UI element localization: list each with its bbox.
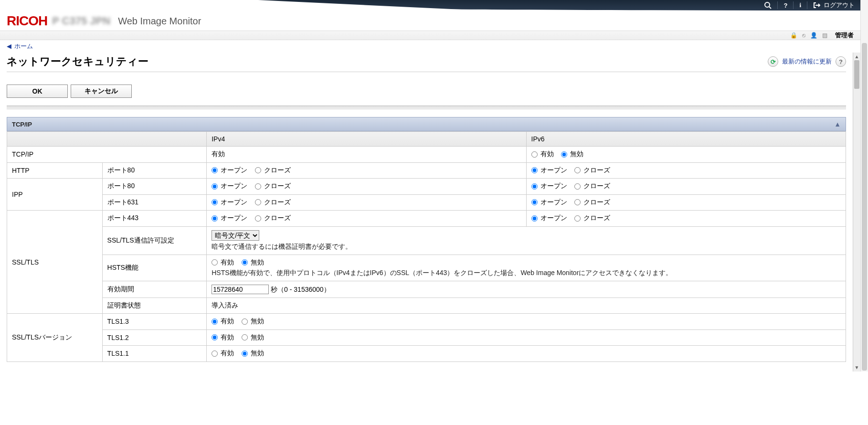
section-title: TCP/IP bbox=[12, 121, 32, 128]
ipp80-ipv6: オープン クローズ bbox=[526, 179, 846, 195]
valid-period-cell: 秒（0 - 31536000） bbox=[207, 281, 846, 298]
ssl443-ipv6-open[interactable]: オープン bbox=[531, 214, 567, 223]
lock-icon: 🔒 bbox=[790, 32, 797, 39]
page-help-icon[interactable]: ? bbox=[836, 56, 846, 67]
tls11-enabled[interactable]: 有効 bbox=[212, 349, 234, 358]
title-actions: ⟳ 最新の情報に更新 ? bbox=[768, 56, 846, 67]
button-row: OK キャンセル bbox=[7, 72, 846, 106]
http-ipv4: オープン クローズ bbox=[207, 162, 526, 179]
subheader: 🔒 ⎋ 👤 ▤ 管理者 bbox=[0, 31, 860, 40]
refresh-link[interactable]: 最新の情報に更新 bbox=[782, 57, 832, 66]
topbar-actions: ? i ログアウト bbox=[764, 0, 855, 11]
tls11-cell: 有効 無効 bbox=[207, 346, 846, 362]
ssl443-ipv4-close[interactable]: クローズ bbox=[255, 214, 291, 223]
row-label: HTTP bbox=[7, 162, 103, 179]
hsts-enabled[interactable]: 有効 bbox=[212, 258, 234, 267]
http-ipv6-close[interactable]: クローズ bbox=[574, 166, 610, 175]
svg-point-0 bbox=[765, 2, 770, 7]
http-ipv6: オープン クローズ bbox=[526, 162, 846, 179]
admin-label: 管理者 bbox=[832, 31, 854, 40]
brand-model: P C375 JPN bbox=[52, 15, 110, 27]
title-row: ネットワークセキュリティー ⟳ 最新の情報に更新 ? bbox=[7, 53, 846, 72]
logout-label: ログアウト bbox=[824, 1, 855, 10]
hsts-cell: 有効 無効 HSTS機能が有効で、使用中プロトコル（IPv4またはIPv6）のS… bbox=[207, 255, 846, 281]
scroll-up-icon[interactable]: ▲ bbox=[853, 53, 860, 60]
ipp631-ipv4-close[interactable]: クローズ bbox=[255, 198, 291, 207]
tls12-disabled[interactable]: 無効 bbox=[242, 333, 264, 342]
branding-row: RICOH P C375 JPN Web Image Monitor bbox=[0, 11, 860, 31]
hsts-note: HSTS機能が有効で、使用中プロトコル（IPv4またはIPv6）のSSL（ポート… bbox=[212, 269, 841, 277]
tcpip-ipv6-value: 有効 無効 bbox=[526, 147, 846, 163]
ssl-perm-select[interactable]: 暗号文/平文 bbox=[212, 230, 259, 241]
logout-button[interactable]: ログアウト bbox=[813, 1, 855, 10]
divider bbox=[7, 106, 846, 109]
tls11-disabled[interactable]: 無効 bbox=[242, 349, 264, 358]
ipp80-ipv4-open[interactable]: オープン bbox=[212, 182, 247, 191]
ssl443-ipv4-open[interactable]: オープン bbox=[212, 214, 247, 223]
breadcrumb-home[interactable]: ホーム bbox=[14, 42, 33, 50]
outer-scrollbar[interactable] bbox=[860, 0, 868, 372]
row-sublabel: 有効期間 bbox=[102, 281, 207, 298]
ipp631-ipv4-open[interactable]: オープン bbox=[212, 198, 247, 207]
page-title: ネットワークセキュリティー bbox=[7, 54, 148, 69]
inner-scrollbar[interactable]: ▲ ▼ bbox=[853, 53, 860, 372]
row-label: TCP/IP bbox=[7, 147, 207, 163]
topbar-background bbox=[0, 0, 860, 11]
row-label: SSL/TLS bbox=[7, 211, 103, 314]
ipp80-ipv6-close[interactable]: クローズ bbox=[574, 182, 610, 191]
http-ipv4-open[interactable]: オープン bbox=[212, 166, 247, 175]
topbar: ? i ログアウト bbox=[0, 0, 860, 11]
collapse-icon[interactable]: ▲ bbox=[834, 120, 841, 128]
row-sublabel: TLS1.3 bbox=[102, 314, 207, 330]
row-sublabel: HSTS機能 bbox=[102, 255, 207, 281]
tcpip-ipv6-enabled[interactable]: 有効 bbox=[531, 150, 554, 159]
valid-period-suffix: 秒（0 - 31536000） bbox=[271, 286, 330, 293]
ssl443-ipv6: オープン クローズ bbox=[526, 211, 846, 227]
scroll-down-icon[interactable]: ▼ bbox=[853, 364, 860, 372]
chevron-left-icon: ◀ bbox=[7, 42, 11, 50]
valid-period-input[interactable] bbox=[212, 285, 269, 294]
hsts-disabled[interactable]: 無効 bbox=[242, 258, 264, 267]
tls12-enabled[interactable]: 有効 bbox=[212, 333, 234, 342]
row-sublabel: ポート80 bbox=[102, 162, 207, 179]
settings-table: IPv4 IPv6 TCP/IP 有効 有効 無効 HTTP ポート80 オープ… bbox=[7, 131, 846, 362]
help-icon[interactable]: ? bbox=[783, 2, 787, 9]
search-icon[interactable] bbox=[764, 1, 772, 9]
ssl443-ipv4: オープン クローズ bbox=[207, 211, 526, 227]
tls13-cell: 有効 無効 bbox=[207, 314, 846, 330]
ok-button[interactable]: OK bbox=[7, 85, 68, 98]
separator bbox=[793, 1, 794, 9]
ipp80-ipv4-close[interactable]: クローズ bbox=[255, 182, 291, 191]
http-ipv4-close[interactable]: クローズ bbox=[255, 166, 291, 175]
ipp80-ipv6-open[interactable]: オープン bbox=[531, 182, 567, 191]
cancel-button[interactable]: キャンセル bbox=[71, 85, 132, 98]
ipp631-ipv4: オープン クローズ bbox=[207, 194, 526, 211]
ipp631-ipv6-close[interactable]: クローズ bbox=[574, 198, 610, 207]
col-blank bbox=[7, 132, 207, 147]
outer-scroll-thumb[interactable] bbox=[862, 43, 867, 371]
row-sublabel: TLS1.1 bbox=[102, 346, 207, 362]
row-sublabel: ポート631 bbox=[102, 194, 207, 211]
separator bbox=[807, 1, 807, 9]
col-ipv6: IPv6 bbox=[526, 132, 846, 147]
row-sublabel: 証明書状態 bbox=[102, 298, 207, 314]
ipp631-ipv6-open[interactable]: オープン bbox=[531, 198, 567, 207]
ssl443-ipv6-close[interactable]: クローズ bbox=[574, 214, 610, 223]
row-sublabel: TLS1.2 bbox=[102, 329, 207, 346]
refresh-icon[interactable]: ⟳ bbox=[768, 56, 778, 67]
tcpip-ipv6-disabled[interactable]: 無効 bbox=[561, 150, 583, 159]
row-label: SSL/TLSバージョン bbox=[7, 314, 103, 362]
tls13-disabled[interactable]: 無効 bbox=[242, 317, 264, 326]
tls13-enabled[interactable]: 有効 bbox=[212, 317, 234, 326]
ipp80-ipv4: オープン クローズ bbox=[207, 179, 526, 195]
scroll-thumb[interactable] bbox=[854, 60, 859, 89]
section-header-tcpip: TCP/IP ▲ bbox=[7, 117, 846, 131]
refresh-label: 最新の情報に更新 bbox=[782, 57, 832, 66]
ssl-perm-cell: 暗号文/平文 暗号文で通信するには機器証明書が必要です。 bbox=[207, 226, 846, 255]
http-ipv6-open[interactable]: オープン bbox=[531, 166, 567, 175]
tls12-cell: 有効 無効 bbox=[207, 329, 846, 346]
info-icon[interactable]: i bbox=[799, 1, 801, 9]
svg-line-1 bbox=[769, 7, 771, 9]
list-icon: ▤ bbox=[822, 32, 827, 39]
tcpip-ipv4-value: 有効 bbox=[207, 147, 526, 163]
